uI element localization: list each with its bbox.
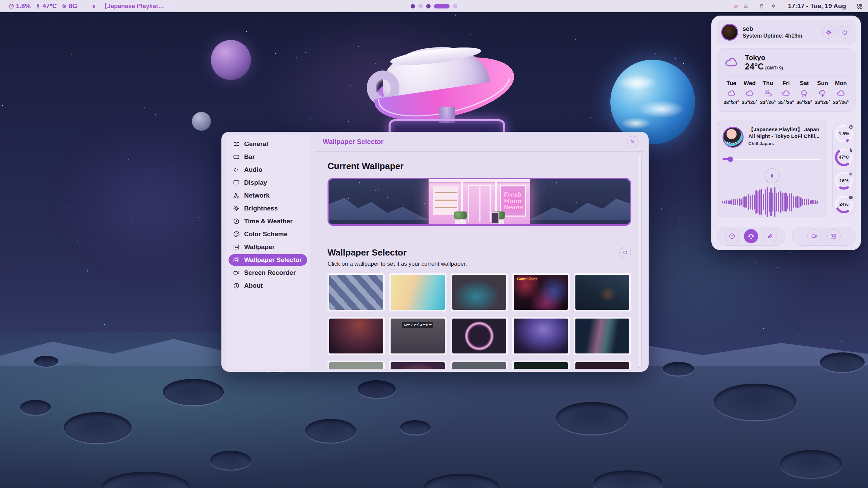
volume-icon (771, 3, 777, 9)
gallery-icon (233, 257, 240, 263)
app-dragon-icon[interactable] (733, 3, 738, 9)
notifications-button[interactable] (757, 1, 767, 11)
sidebar-item-wallpaper[interactable]: Wallpaper (229, 241, 307, 253)
settings-window: GeneralBarAudioDisplayNetworkBrightnessT… (221, 132, 649, 372)
workspace-indicator[interactable] (406, 1, 462, 11)
sidebar-item-bar[interactable]: Bar (229, 151, 307, 163)
settings-button[interactable] (822, 26, 835, 39)
power-button[interactable] (838, 26, 851, 39)
sidebar-item-time-weather[interactable]: Time & Weather (229, 216, 307, 227)
wallpaper-thumbnail-cell (328, 317, 385, 355)
settings-gear-icon (826, 29, 832, 36)
close-icon (630, 139, 635, 144)
clock[interactable]: 17:17 - Tue, 19 Aug (782, 1, 852, 11)
workspace-dot[interactable] (453, 4, 457, 8)
weather-timezone: (GMT+9) (765, 65, 783, 70)
refresh-button[interactable] (619, 247, 631, 258)
chip-icon (849, 172, 853, 176)
user-name: seb (743, 25, 802, 33)
system-stats-pill[interactable]: 1.8% 47°C 8G (3, 1, 82, 11)
play-pause-button[interactable] (765, 168, 780, 183)
wallpaper-thumbnail-anime-girl-crosswalk[interactable] (329, 275, 383, 310)
wallpaper-thumbnail-dark-teal[interactable] (514, 362, 568, 369)
wallpaper-thumbnail-cell (451, 361, 508, 369)
sidebar-item-network[interactable]: Network (229, 190, 307, 201)
forecast-day-fri: Fri35°/26° (778, 80, 794, 105)
network-icon (233, 192, 240, 199)
power-saver-profile-button[interactable] (763, 229, 777, 243)
palette-icon (233, 231, 240, 238)
settings-content: Wallpaper Selector Current Wallpaper (315, 132, 643, 372)
sidebar-item-general[interactable]: General (229, 138, 307, 150)
wallpaper-shortcut-icon (830, 233, 837, 240)
wallpaper-thumbnail-magenta-light-ring[interactable] (452, 319, 506, 353)
slider-track[interactable] (723, 159, 821, 160)
wallpaper-thumbnail-dark-mauve[interactable] (575, 362, 629, 369)
sidebar-item-about[interactable]: About (229, 280, 307, 291)
wallpaper-thumbnail-snowy-night-village[interactable] (575, 275, 629, 310)
cloud-icon (745, 89, 754, 98)
close-button[interactable] (627, 136, 638, 147)
wallpaper-thumbnail-lofi-coffee-storefront[interactable]: ローファイコーヒー (391, 319, 445, 353)
current-wallpaper-heading: Current Wallpaper (328, 161, 631, 171)
stat-ring-47C: 47°C (834, 148, 853, 167)
sidebar-item-screen-recorder[interactable]: Screen Recorder (229, 267, 307, 279)
screenshot-icon[interactable] (743, 3, 749, 9)
disk-icon (847, 194, 854, 201)
wallpaper-thumbnail-cell (574, 273, 631, 311)
power-icon (842, 29, 848, 36)
sidebar-item-display[interactable]: Display (229, 177, 307, 188)
wallpaper-thumbnail-cell (574, 361, 631, 369)
content-scroll-area[interactable]: Current Wallpaper FreshMoonBeans (315, 152, 643, 369)
balanced-profile-button[interactable] (744, 229, 758, 243)
workspace-dot-active[interactable] (434, 4, 450, 8)
wallpaper-thumbnail-neon-arcade-alley[interactable]: Game Over (514, 275, 568, 310)
cloud-icon (727, 89, 736, 98)
forecast-day-wed: Wed35°/25° (742, 80, 758, 105)
workspace-dot[interactable] (411, 4, 415, 8)
wallpaper-thumbnail-wireframe-wave[interactable] (575, 319, 629, 353)
sidebar-item-color-scheme[interactable]: Color Scheme (229, 228, 307, 240)
workspace-dot[interactable] (418, 4, 423, 8)
media-player-card: TOKYO L 【Japanese Playlist】 Japan All Ni… (717, 120, 827, 218)
screen-record-button[interactable] (807, 229, 822, 243)
wallpaper-thumbnail-cell (389, 361, 446, 369)
sidebar-item-wallpaper-selector[interactable]: Wallpaper Selector (229, 254, 307, 266)
wallpaper-shortcut-button[interactable] (826, 229, 841, 243)
scrollbar[interactable] (637, 154, 642, 368)
thermometer-icon (35, 3, 41, 9)
wallpaper-thumbnail-cell (328, 361, 385, 369)
audio-icon (233, 166, 240, 173)
slider-thumb[interactable] (728, 157, 733, 162)
shortcuts-group (792, 227, 855, 246)
wallpaper-thumbnail-pastel-gradient[interactable] (391, 275, 445, 310)
performance-profile-button[interactable] (725, 229, 739, 243)
album-art: TOKYO L (723, 127, 744, 148)
sidebar-item-brightness[interactable]: Brightness (229, 203, 307, 214)
cafe-storefront: FreshMoonBeans (429, 179, 530, 224)
seek-slider[interactable] (723, 157, 821, 162)
system-tray[interactable] (728, 1, 754, 11)
system-stats-column: 1.8% 47°C 16% 24% (832, 120, 855, 218)
overview-grid-icon (856, 3, 863, 9)
track-artist: Chill Japan. (748, 141, 823, 146)
wallpaper-thumbnail-cell (389, 273, 446, 311)
wallpaper-thumbnail-crimson-forest-figure[interactable] (329, 319, 383, 353)
now-playing-pill[interactable]: 【Japanese Playlist】 J... (86, 1, 175, 11)
window-title: Wallpaper Selector (323, 138, 383, 146)
wallpaper-thumbnail-teal-blur[interactable] (452, 275, 506, 310)
overview-button[interactable] (855, 1, 865, 11)
wallpaper-thumbnail-grey-mist[interactable] (452, 362, 506, 369)
wallpaper-thumbnail-cell: Game Over (512, 273, 569, 311)
wallpaper-thumbnail-coral-canyon[interactable] (391, 362, 445, 369)
wallpaper-thumbnail-cell (451, 317, 508, 355)
brightness-icon (233, 205, 240, 212)
wallpaper-thumbnail-nebula-over-forest[interactable] (514, 319, 568, 353)
display-icon (233, 179, 240, 186)
forecast-day-sun: Sun33°/26° (814, 80, 831, 105)
wallpaper-thumbnail-sage-field[interactable] (329, 362, 383, 369)
sidebar-item-audio[interactable]: Audio (229, 164, 307, 176)
workspace-dot[interactable] (426, 4, 431, 8)
volume-button[interactable] (769, 1, 779, 11)
user-card: seb System Uptime: 4h19m (717, 20, 855, 44)
